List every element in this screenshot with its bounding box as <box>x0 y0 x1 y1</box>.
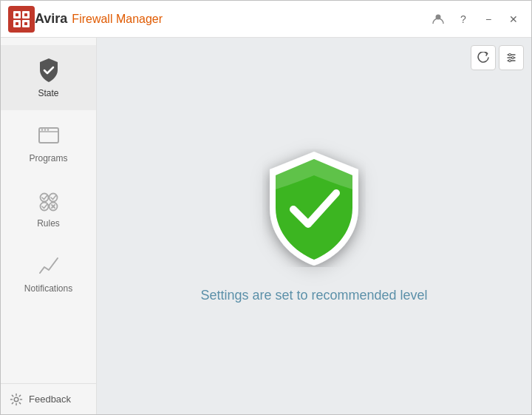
notifications-label: Notifications <box>24 283 72 294</box>
state-icon <box>35 57 62 84</box>
content-area: Settings are set to recommended level <box>97 38 531 414</box>
gear-icon <box>10 393 23 406</box>
svg-point-26 <box>512 57 514 59</box>
feedback-label: Feedback <box>29 394 71 405</box>
main-area: State Programs <box>1 38 531 414</box>
feedback-button[interactable]: Feedback <box>1 383 96 414</box>
sidebar-item-notifications[interactable]: Notifications <box>1 240 96 306</box>
svg-point-12 <box>41 129 42 130</box>
shield-icon <box>262 149 366 267</box>
programs-label: Programs <box>29 153 67 163</box>
svg-point-25 <box>509 54 511 56</box>
svg-point-17 <box>40 203 48 211</box>
app-subtitle: Firewall Manager <box>72 13 163 26</box>
titlebar: Avira Firewall Manager ? − ✕ <box>1 1 531 38</box>
svg-rect-7 <box>24 22 27 25</box>
svg-rect-4 <box>16 13 18 16</box>
main-window: Avira Firewall Manager ? − ✕ <box>0 0 532 415</box>
svg-rect-6 <box>16 22 18 25</box>
sidebar-item-programs[interactable]: Programs <box>1 110 96 175</box>
svg-point-13 <box>44 129 45 130</box>
help-button[interactable]: ? <box>453 9 474 30</box>
app-logo <box>8 6 35 33</box>
rules-label: Rules <box>37 218 60 229</box>
shield-wrapper <box>262 149 366 270</box>
sidebar: State Programs <box>1 38 97 414</box>
minimize-button[interactable]: − <box>478 9 499 30</box>
sidebar-item-state[interactable]: State <box>1 45 96 110</box>
svg-point-16 <box>49 194 57 202</box>
window-controls: ? − ✕ <box>428 9 524 30</box>
svg-point-21 <box>14 397 18 402</box>
user-button[interactable] <box>428 9 449 30</box>
svg-point-15 <box>40 194 48 202</box>
rules-icon <box>35 187 62 214</box>
filter-button[interactable] <box>499 45 524 70</box>
svg-point-27 <box>509 60 511 62</box>
status-text: Settings are set to recommended level <box>200 288 427 303</box>
state-label: State <box>38 88 58 98</box>
content-toolbar <box>471 45 524 70</box>
notifications-icon <box>35 252 62 279</box>
svg-point-14 <box>47 129 48 130</box>
close-button[interactable]: ✕ <box>503 9 524 30</box>
programs-icon <box>35 122 62 149</box>
refresh-button[interactable] <box>471 45 496 70</box>
app-name: Avira <box>35 11 67 27</box>
sidebar-item-rules[interactable]: Rules <box>1 175 96 240</box>
svg-rect-5 <box>24 13 27 16</box>
